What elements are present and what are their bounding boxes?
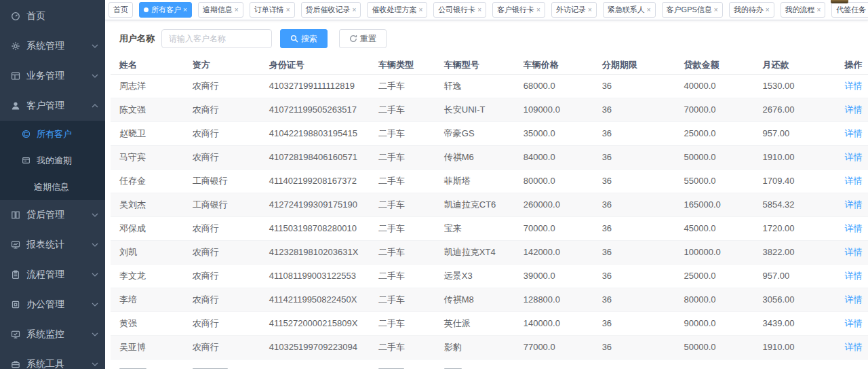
cell-vehicle-model: 宝来 — [435, 216, 515, 240]
detail-link[interactable]: 详情 — [844, 271, 862, 281]
tab-label: 客户银行卡 — [497, 5, 534, 15]
detail-link[interactable]: 详情 — [844, 81, 862, 91]
detail-link[interactable]: 详情 — [844, 294, 862, 305]
close-icon[interactable]: × — [588, 7, 592, 14]
cell-vehicle-price: 35000.0 — [515, 121, 593, 145]
cell-monthly-payment: 1910.00 — [754, 335, 836, 359]
tab[interactable]: 外访记录× — [551, 2, 597, 18]
tab[interactable]: 我的流程× — [781, 2, 826, 18]
sidebar-item-postloan-mgmt[interactable]: 贷后管理 — [0, 200, 105, 230]
close-icon[interactable]: × — [235, 7, 239, 14]
cell-term: 36 — [593, 169, 675, 193]
close-icon[interactable]: × — [817, 7, 821, 14]
table-row: 黄强 农商行 41152720000215809X 二手车 英仕派 140000… — [111, 311, 868, 335]
cell-funder: 农商行 — [184, 311, 260, 335]
close-icon[interactable]: × — [286, 7, 290, 14]
cell-monthly-payment: 2676.00 — [754, 98, 836, 121]
cell-vehicle-type: 二手车 — [370, 74, 435, 98]
sidebar-item-system-mgmt[interactable]: 系统管理 — [0, 31, 105, 61]
tab[interactable]: 贷后催收记录× — [301, 2, 361, 18]
search-icon — [290, 35, 298, 43]
table-row: 李培 农商行 41142119950822450X 二手车 传祺M8 12880… — [111, 288, 868, 311]
close-icon[interactable]: × — [353, 7, 357, 14]
sidebar-item-business-mgmt[interactable]: 业务管理 — [0, 61, 105, 91]
tab[interactable]: 订单详情× — [250, 2, 295, 18]
sidebar-item-all-customers[interactable]: 所有客户 — [0, 121, 105, 147]
cell-vehicle-price: 142000.0 — [515, 240, 593, 264]
cell-name: 任存金 — [111, 169, 184, 193]
tab[interactable]: 首页 — [108, 2, 133, 18]
cell-vehicle-model: 长安UNI-T — [435, 98, 515, 121]
tab[interactable]: 逾期信息× — [198, 2, 243, 18]
tab[interactable]: 所有客户× — [139, 2, 192, 18]
detail-link[interactable]: 详情 — [844, 104, 862, 115]
detail-link[interactable]: 详情 — [844, 128, 862, 138]
tab[interactable]: 紧急联系人× — [603, 2, 656, 18]
sidebar-item-label: 系统监控 — [26, 328, 92, 341]
cell-vehicle-type: 二手车 — [370, 240, 435, 264]
detail-link[interactable]: 详情 — [844, 247, 862, 257]
cell-term: 36 — [593, 216, 675, 240]
tab[interactable]: 代签任务× — [831, 2, 868, 18]
cell-id-number: 410325199709223094 — [260, 335, 370, 359]
cell-vehicle-price: 260000.0 — [515, 193, 593, 216]
cell-term: 36 — [593, 98, 675, 121]
cell-vehicle-model: 英仕派 — [435, 311, 515, 335]
column-header: 身份证号 — [260, 56, 370, 74]
table-row: 任存金 工商银行 411402199208167372 二手车 菲斯塔 8000… — [111, 169, 868, 193]
dashboard-icon — [10, 11, 21, 22]
tab[interactable]: 公司银行卡× — [433, 2, 486, 18]
sidebar-item-home[interactable]: 首页 — [0, 1, 105, 31]
clipboard-icon — [10, 269, 21, 280]
detail-link[interactable]: 详情 — [844, 199, 862, 210]
cell-monthly-payment: 1720.00 — [754, 216, 836, 240]
cell-name: 吴亚博 — [111, 335, 184, 359]
cell-vehicle-type: 二手车 — [370, 121, 435, 145]
search-button[interactable]: 搜索 — [280, 29, 328, 48]
tab[interactable]: 催收处理方案× — [367, 2, 427, 18]
cell-term: 36 — [593, 264, 675, 288]
sidebar-item-customer-mgmt[interactable]: 客户管理 — [0, 91, 105, 121]
cell-name: 周志洋 — [111, 74, 184, 98]
tab[interactable]: 我的待办× — [729, 2, 774, 18]
sidebar-item-label: 办公管理 — [26, 298, 92, 311]
tab-label: 逾期信息 — [203, 5, 233, 15]
tab[interactable]: 客户银行卡× — [492, 2, 545, 18]
table-row: 刘凯 农商行 41232819810203631X 二手车 凯迪拉克XT4 14… — [111, 240, 868, 264]
sidebar-item-my-overdue[interactable]: 我的逾期 — [0, 147, 105, 174]
close-icon[interactable]: × — [418, 7, 422, 14]
cell-vehicle-model: 凯迪拉克CT6 — [435, 193, 515, 216]
column-header: 车辆价格 — [515, 56, 593, 74]
detail-link[interactable]: 详情 — [844, 318, 862, 328]
tab[interactable]: 客户GPS信息× — [662, 2, 723, 18]
cell-vehicle-model: 传祺M6 — [435, 145, 515, 169]
customer-name-input[interactable] — [161, 29, 272, 48]
close-icon[interactable]: × — [714, 7, 718, 14]
close-icon[interactable]: × — [477, 7, 481, 14]
close-icon[interactable]: × — [536, 7, 540, 14]
close-icon[interactable]: × — [183, 7, 187, 14]
gear-icon — [10, 41, 21, 52]
sidebar-item-office-mgmt[interactable]: 办公管理 — [0, 290, 105, 319]
detail-link[interactable]: 详情 — [844, 342, 862, 352]
toolbox-icon — [10, 359, 21, 369]
sidebar-item-system-monitor[interactable]: 系统监控 — [0, 319, 105, 349]
cell-monthly-payment: 3439.00 — [754, 311, 836, 335]
column-header: 车辆类型 — [370, 56, 435, 74]
sidebar-item-process-mgmt[interactable]: 流程管理 — [0, 260, 105, 290]
cell-loan-amount: 40000.0 — [675, 74, 754, 98]
reset-button[interactable]: 重置 — [339, 29, 387, 48]
table-row: 邓保成 农商行 411503198708280010 二手车 宝来 70000.… — [111, 216, 868, 240]
close-icon[interactable]: × — [766, 7, 770, 14]
cell-vehicle-model: 传祺M8 — [435, 288, 515, 311]
cell-vehicle-price: 80000.0 — [515, 169, 593, 193]
detail-link[interactable]: 详情 — [844, 176, 862, 186]
detail-link[interactable]: 详情 — [844, 152, 862, 162]
sidebar-item-overdue-info[interactable]: 逾期信息 — [0, 174, 105, 200]
cell-loan-amount: 45000.0 — [675, 216, 754, 240]
detail-link[interactable]: 详情 — [844, 223, 862, 233]
chevron-up-icon — [92, 104, 100, 108]
sidebar-item-system-tools[interactable]: 系统工具 — [0, 349, 105, 369]
close-icon[interactable]: × — [647, 7, 651, 14]
sidebar-item-report-stats[interactable]: 报表统计 — [0, 230, 105, 260]
